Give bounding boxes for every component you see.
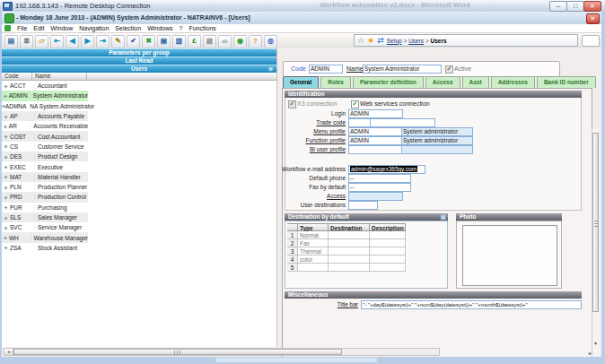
destination-row-2[interactable]: 2Fax xyxy=(287,239,406,247)
scroll-right-arrow[interactable]: ▸ xyxy=(589,350,592,356)
cancel-icon[interactable]: ✖ xyxy=(142,35,155,48)
code-input[interactable]: ADMIN xyxy=(309,65,343,74)
user-row-pur[interactable]: ◈PURPurchasing xyxy=(2,203,88,212)
user-row-exec[interactable]: ◈EXECExecutive xyxy=(2,161,88,171)
destination-row-1[interactable]: 1Normal xyxy=(287,231,406,239)
vertical-scrollbar-thumb[interactable] xyxy=(592,133,599,312)
menu-window[interactable]: Window xyxy=(50,25,73,31)
user-row-svc[interactable]: ◈SVCService Manager xyxy=(2,222,88,232)
next-record-icon[interactable]: ▶ xyxy=(81,35,94,48)
breadcrumb-users[interactable]: Users xyxy=(408,38,424,44)
first-record-icon[interactable]: ⇤ xyxy=(50,35,64,48)
validate-icon[interactable]: ✔ xyxy=(127,35,140,48)
user-row-mat[interactable]: ◈MATMaterial Handler xyxy=(2,172,88,182)
photo-section-header[interactable]: Photo xyxy=(456,213,562,221)
user-row-cost[interactable]: ◈COSTCost Accountant xyxy=(2,131,88,141)
scroll-down-arrow[interactable]: ▾ xyxy=(594,340,597,346)
users-panel-icon[interactable]: ≋ xyxy=(268,65,273,73)
login-input[interactable]: ADMIN xyxy=(348,109,403,118)
menu-profile-input[interactable]: ADMIN xyxy=(348,127,403,136)
user-row-cs[interactable]: ◈CSCustomer Service xyxy=(2,142,88,152)
destination-section-header[interactable]: Destination by default ▣ xyxy=(285,213,448,221)
menu-navigation[interactable]: Navigation xyxy=(79,25,109,31)
user-row-ar[interactable]: ◈ARAccounts Receivable xyxy=(2,121,88,131)
access-input[interactable] xyxy=(348,192,403,201)
bi-user-profile-label[interactable]: BI user profile xyxy=(274,146,346,152)
trade-code-label[interactable]: Trade code xyxy=(274,119,346,126)
previous-record-icon[interactable]: ◀ xyxy=(66,35,79,48)
app-close-button[interactable]: ✕ xyxy=(586,13,600,24)
web-icon[interactable]: ◉ xyxy=(233,35,247,48)
user-row-pln[interactable]: ◈PLNProduction Planner xyxy=(2,182,88,192)
horizontal-scrollbar-thumb[interactable] xyxy=(13,349,342,355)
last-record-icon[interactable]: ⇥ xyxy=(96,35,110,48)
user-row-admin-selected[interactable]: ◈ADMINSystem Administrator xyxy=(2,91,88,100)
title-bar-input[interactable]: "- "+day$(datesyst)+" "+num$(day(datesys… xyxy=(361,300,582,309)
destination-detach-icon[interactable]: ▣ xyxy=(441,213,446,221)
user-row-des[interactable]: ◈DESProduct Design xyxy=(2,152,88,161)
title-bar-label[interactable]: Title bar xyxy=(286,301,358,308)
workflow-email-input[interactable]: admin@sagex365gy.com xyxy=(348,165,425,174)
scroll-left-button[interactable]: ◂ xyxy=(4,349,13,355)
miscellaneous-section-header[interactable]: Miscellaneous xyxy=(285,291,582,299)
save-icon[interactable]: ▤ xyxy=(4,35,18,48)
help-icon[interactable]: ? xyxy=(249,35,262,48)
function-profile-label[interactable]: Function profile xyxy=(274,137,346,143)
tab-general[interactable]: General xyxy=(283,76,319,88)
destination-row-3[interactable]: 3Thermal xyxy=(287,247,406,256)
web-services-checkbox[interactable]: ✓ xyxy=(351,100,359,108)
menu-selection[interactable]: Selection xyxy=(115,25,141,31)
bi-user-profile-input[interactable] xyxy=(348,145,403,154)
tab-addresses[interactable]: Addresses xyxy=(491,76,535,88)
edit-icon[interactable]: ✎ xyxy=(111,35,125,48)
open-folder-icon[interactable]: ▱ xyxy=(35,35,48,48)
favorites-icon[interactable]: ★ xyxy=(367,35,374,46)
user-row-ap[interactable]: ◈APAccounts Payable xyxy=(2,111,88,121)
tab-asst[interactable]: Asst xyxy=(462,76,489,88)
user-row-zsa[interactable]: ◈ZSAStock Assistant xyxy=(2,243,88,253)
copy-icon[interactable]: ▣ xyxy=(157,35,171,48)
destination-row-5[interactable]: 5 xyxy=(287,264,406,272)
maximize-button[interactable]: □ xyxy=(566,1,584,12)
abc-icon[interactable]: ab xyxy=(218,35,232,48)
menu-profile-label[interactable]: Menu profile xyxy=(274,128,346,134)
identification-section-header[interactable]: Identification xyxy=(285,91,582,98)
trade-code-desc[interactable] xyxy=(370,118,435,127)
user-row-sls[interactable]: ◈SLSSales Manager xyxy=(2,212,88,222)
fax-default-input[interactable]: -- xyxy=(348,183,411,192)
name-label[interactable]: Name xyxy=(346,65,364,72)
horizontal-scrollbar[interactable]: ◂ xyxy=(4,348,440,356)
access-label[interactable]: Access xyxy=(274,193,346,199)
minimize-button[interactable]: – xyxy=(549,1,567,12)
user-row-prd[interactable]: ◈PRDProduction Control xyxy=(2,192,88,202)
grid-icon[interactable]: ▦ xyxy=(203,35,216,48)
paste-icon[interactable]: ▥ xyxy=(172,35,186,48)
breadcrumb-setup[interactable]: Setup xyxy=(387,38,402,44)
x3-connection-checkbox[interactable]: ✓ xyxy=(288,100,296,108)
user-row-admna[interactable]: ◈ADMNANA System Administrator xyxy=(2,101,88,111)
globe-icon[interactable]: ◎ xyxy=(264,35,277,48)
menu-edit[interactable]: Edit xyxy=(33,25,44,31)
add-favorite-icon[interactable]: ☆ xyxy=(357,35,364,46)
default-phone-input[interactable]: -- xyxy=(348,174,411,183)
tab-bank-id-number[interactable]: Bank ID number xyxy=(537,76,596,88)
toolbar-overflow-box[interactable] xyxy=(582,35,600,47)
name-input[interactable]: System Administrator xyxy=(363,65,442,74)
currency-icon[interactable]: £ xyxy=(188,35,201,48)
vertical-scrollbar[interactable] xyxy=(592,129,600,357)
active-checkbox[interactable]: ✓ xyxy=(445,65,453,74)
menu-file[interactable]: File xyxy=(17,25,27,31)
user-row-acct[interactable]: ◈ACCTAccountant xyxy=(2,81,88,91)
column-header-name[interactable]: Name xyxy=(32,73,87,80)
user-destinations-input[interactable] xyxy=(348,201,378,210)
menu-help[interactable]: ? xyxy=(180,25,183,31)
print-icon[interactable]: ≣ xyxy=(20,35,33,48)
tab-roles[interactable]: Roles xyxy=(320,76,351,88)
menu-windows[interactable]: Windows xyxy=(147,25,172,31)
destination-row-4[interactable]: 4color xyxy=(287,256,406,264)
function-profile-input[interactable]: ADMIN xyxy=(348,136,403,145)
tab-access[interactable]: Access xyxy=(425,76,460,88)
menu-functions[interactable]: Functions xyxy=(189,25,215,31)
user-row-wh[interactable]: ◈WHWarehouse Manager xyxy=(2,232,88,242)
tab-parameter-definition[interactable]: Parameter definition xyxy=(353,76,424,88)
